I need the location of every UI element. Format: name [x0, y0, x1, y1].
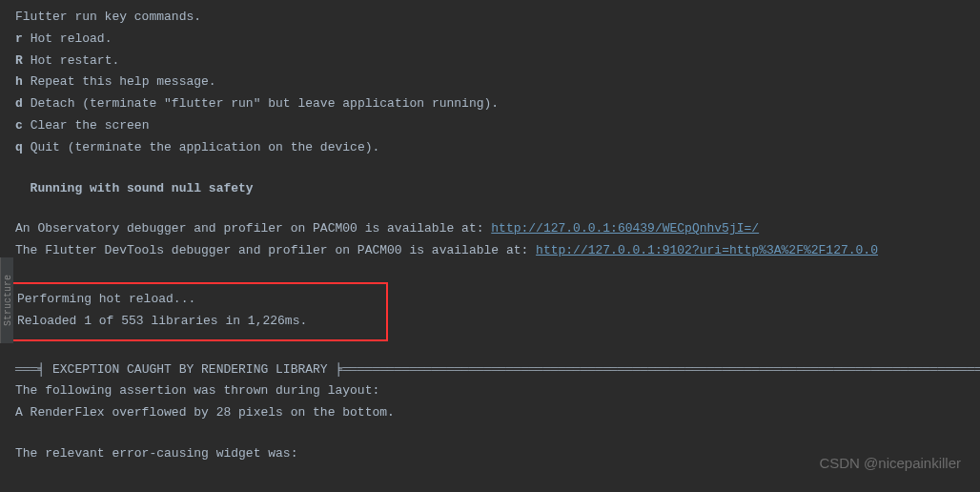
empty-line [15, 160, 980, 179]
highlight-box: Performing hot reload... Reloaded 1 of 5… [11, 282, 388, 341]
cmd-key: R [15, 53, 23, 68]
cmd-desc: Hot restart. [31, 53, 120, 68]
reload-line2: Reloaded 1 of 553 libraries in 1,226ms. [17, 312, 382, 332]
command-line: R Hot restart. [15, 51, 980, 72]
reload-line1: Performing hot reload... [17, 290, 382, 310]
header-line: Flutter run key commands. [15, 8, 980, 28]
command-line: h Repeat this help message. [15, 72, 980, 92]
cmd-desc: Quit (terminate the application on the d… [31, 140, 380, 154]
command-line: c Clear the screen [15, 116, 980, 136]
cmd-key: c [15, 118, 23, 133]
observatory-line: An Observatory debugger and profiler on … [15, 219, 980, 239]
devtools-line: The Flutter DevTools debugger and profil… [15, 241, 980, 261]
empty-line [15, 425, 980, 444]
empty-line [15, 341, 980, 360]
command-line: q Quit (terminate the application on the… [15, 138, 980, 158]
cmd-desc: Repeat this help message. [31, 74, 216, 89]
command-line: r Hot reload. [15, 30, 980, 50]
devtools-link[interactable]: http://127.0.0.1:9102?uri=http%3A%2F%2F1… [536, 243, 878, 257]
command-line: d Detach (terminate "flutter run" but le… [15, 94, 980, 114]
exception-line2: A RenderFlex overflowed by 28 pixels on … [15, 403, 980, 423]
cmd-desc: Detach (terminate "flutter run" but leav… [31, 96, 499, 111]
empty-line [15, 263, 980, 282]
sidebar-tab-structure[interactable]: Structure [0, 257, 13, 343]
watermark: CSDN @nicepainkiller [819, 452, 961, 475]
cmd-desc: Clear the screen [31, 118, 150, 133]
cmd-key: d [15, 96, 23, 111]
status-line: Running with sound null safety [15, 179, 980, 199]
exception-line1: The following assertion was thrown durin… [15, 381, 980, 401]
cmd-key: h [15, 74, 23, 89]
cmd-key: r [15, 31, 23, 46]
empty-line [15, 200, 980, 219]
cmd-desc: Hot reload. [31, 31, 112, 46]
cmd-key: q [15, 140, 23, 154]
observatory-link[interactable]: http://127.0.0.1:60439/WECpQnhv5jI=/ [491, 221, 759, 236]
exception-banner: ═══╡ EXCEPTION CAUGHT BY RENDERING LIBRA… [15, 360, 980, 380]
